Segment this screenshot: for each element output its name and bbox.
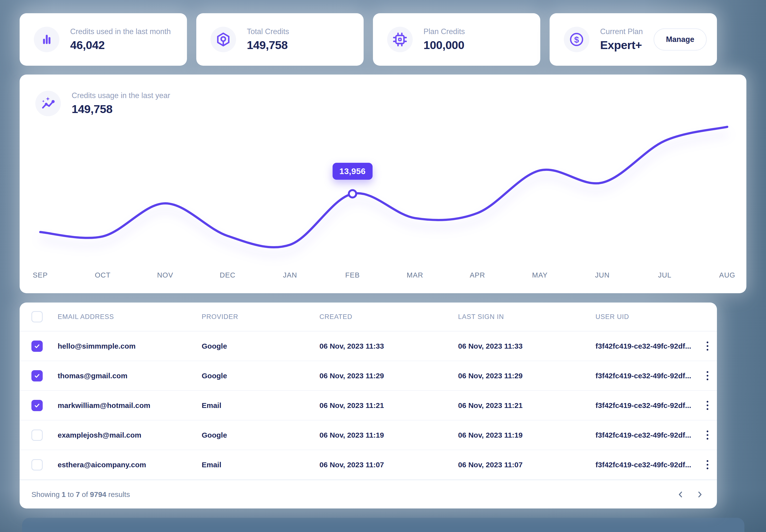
row-checkbox[interactable]: [31, 400, 43, 411]
column-header-provider: PROVIDER: [202, 313, 320, 321]
cell-user-uid: f3f42fc419-ce32-49fc-92df...: [596, 461, 704, 469]
table-row: markwilliam@hotmail.com Email 06 Nov, 20…: [20, 391, 717, 420]
x-axis-label: NOV: [157, 271, 173, 279]
results-to-label: to: [68, 490, 74, 499]
chart-title: Credits usage in the last year: [72, 91, 170, 100]
cell-last-sign-in: 06 Nov, 2023 11:29: [458, 372, 596, 380]
results-of-label: of: [82, 490, 88, 499]
credits-usage-chart-card: Credits usage in the last year 149,758 1…: [20, 75, 746, 293]
cell-email: esthera@aicompany.com: [58, 461, 202, 469]
results-suffix: results: [108, 490, 130, 499]
bar-chart-icon: [34, 27, 59, 52]
cell-email: thomas@gmail.com: [58, 372, 202, 380]
x-axis-label: JUN: [595, 271, 610, 279]
cell-provider: Email: [202, 401, 320, 410]
x-axis-label: MAY: [532, 271, 548, 279]
stat-label: Plan Credits: [423, 27, 465, 36]
stat-value: 149,758: [247, 38, 289, 52]
x-axis-label: FEB: [345, 271, 360, 279]
table-row: thomas@gmail.com Google 06 Nov, 2023 11:…: [20, 361, 717, 391]
cell-email: examplejosh@mail.com: [58, 431, 202, 439]
bottom-strip: [22, 518, 744, 532]
results-total: 9794: [90, 490, 106, 499]
table-header-row: EMAIL ADDRESS PROVIDER CREATED LAST SIGN…: [20, 303, 717, 331]
table-footer: Showing 1 to 7 of 9794 results: [20, 480, 717, 508]
cell-provider: Google: [202, 372, 320, 380]
cell-created: 06 Nov, 2023 11:19: [320, 431, 458, 439]
row-menu-kebab-icon[interactable]: [704, 428, 711, 442]
row-checkbox[interactable]: [31, 341, 43, 352]
stat-card-plan-credits: Plan Credits 100,000: [373, 13, 540, 66]
x-axis-label: MAR: [407, 271, 423, 279]
column-header-user-uid: USER UID: [596, 313, 704, 321]
table-row: examplejosh@mail.com Google 06 Nov, 2023…: [20, 420, 717, 450]
chart-highlight-marker: [349, 190, 356, 197]
cube-icon: [211, 27, 236, 52]
stat-value: 46,042: [70, 38, 171, 52]
chart-tooltip: 13,956: [333, 163, 372, 180]
stat-card-total-credits: Total Credits 149,758: [196, 13, 364, 66]
cell-user-uid: f3f42fc419-ce32-49fc-92df...: [596, 342, 704, 350]
cell-user-uid: f3f42fc419-ce32-49fc-92df...: [596, 401, 704, 410]
chevron-left-icon[interactable]: [675, 489, 686, 500]
cell-last-sign-in: 06 Nov, 2023 11:19: [458, 431, 596, 439]
cell-provider: Google: [202, 431, 320, 439]
x-axis-label: APR: [470, 271, 485, 279]
x-axis-label: DEC: [220, 271, 236, 279]
row-checkbox[interactable]: [31, 459, 43, 470]
dollar-circle-icon: $: [564, 27, 589, 52]
cell-provider: Google: [202, 342, 320, 350]
stat-value: Expert+: [600, 38, 643, 52]
row-checkbox[interactable]: [31, 370, 43, 381]
column-header-created: CREATED: [320, 313, 458, 321]
row-menu-kebab-icon[interactable]: [704, 458, 711, 472]
cell-created: 06 Nov, 2023 11:29: [320, 372, 458, 380]
stat-card-current-plan: $ Current Plan Expert+ Manage: [549, 13, 717, 66]
row-menu-kebab-icon[interactable]: [704, 339, 711, 353]
row-checkbox[interactable]: [31, 430, 43, 441]
svg-text:$: $: [574, 35, 579, 44]
x-axis-label: AUG: [719, 271, 735, 279]
manage-plan-button[interactable]: Manage: [654, 28, 707, 51]
stat-value: 100,000: [423, 38, 465, 52]
stat-card-credits-used: Credits used in the last month 46,042: [20, 13, 187, 66]
cell-last-sign-in: 06 Nov, 2023 11:07: [458, 461, 596, 469]
cell-created: 06 Nov, 2023 11:07: [320, 461, 458, 469]
cell-created: 06 Nov, 2023 11:21: [320, 401, 458, 410]
cell-email: markwilliam@hotmail.com: [58, 401, 202, 410]
column-header-last-sign-in: LAST SIGN IN: [458, 313, 596, 321]
x-axis-label: SEP: [33, 271, 48, 279]
x-axis-label: JAN: [283, 271, 297, 279]
chip-icon: [387, 27, 413, 52]
select-all-checkbox[interactable]: [31, 311, 43, 322]
cell-user-uid: f3f42fc419-ce32-49fc-92df...: [596, 372, 704, 380]
cell-email: hello@simmmple.com: [58, 342, 202, 350]
x-axis-label: JUL: [658, 271, 672, 279]
results-to: 7: [76, 490, 80, 499]
cell-last-sign-in: 06 Nov, 2023 11:21: [458, 401, 596, 410]
row-menu-kebab-icon[interactable]: [704, 369, 711, 383]
results-summary: Showing: [31, 490, 60, 499]
chevron-right-icon[interactable]: [694, 489, 705, 500]
row-menu-kebab-icon[interactable]: [704, 398, 711, 412]
x-axis-label: OCT: [95, 271, 110, 279]
stat-label: Current Plan: [600, 27, 643, 36]
table-row: esthera@aicompany.com Email 06 Nov, 2023…: [20, 450, 717, 480]
table-row: hello@simmmple.com Google 06 Nov, 2023 1…: [20, 331, 717, 361]
column-header-email: EMAIL ADDRESS: [58, 313, 202, 321]
stat-label: Credits used in the last month: [70, 27, 171, 36]
cell-user-uid: f3f42fc419-ce32-49fc-92df...: [596, 431, 704, 439]
results-from: 1: [62, 490, 66, 499]
usage-line-chart[interactable]: [20, 111, 746, 300]
cell-created: 06 Nov, 2023 11:33: [320, 342, 458, 350]
cell-last-sign-in: 06 Nov, 2023 11:33: [458, 342, 596, 350]
stat-label: Total Credits: [247, 27, 289, 36]
users-table-card: EMAIL ADDRESS PROVIDER CREATED LAST SIGN…: [20, 303, 717, 508]
billing-dashboard: Credits used in the last month 46,042 To…: [0, 0, 766, 532]
cell-provider: Email: [202, 461, 320, 469]
